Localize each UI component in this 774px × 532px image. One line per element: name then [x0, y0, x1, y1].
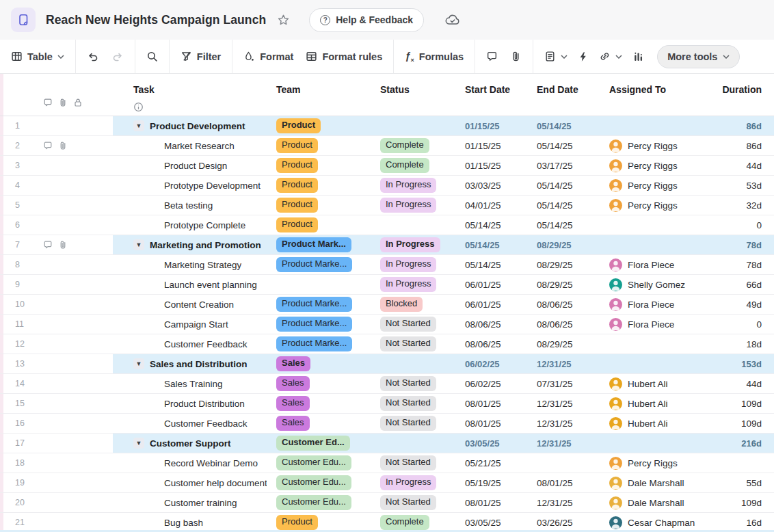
duration-cell[interactable]: 53d — [711, 176, 774, 195]
start-date-cell[interactable]: 04/01/25 — [451, 196, 520, 215]
team-cell[interactable]: Sales — [267, 394, 369, 413]
start-date-cell[interactable]: 08/06/25 — [451, 315, 520, 334]
lock-icon[interactable] — [73, 98, 83, 109]
end-date-cell[interactable]: 08/29/25 — [520, 255, 598, 274]
task-cell[interactable]: ▼ Marketing and Promotion — [113, 235, 267, 254]
assignee-cell[interactable]: Flora Piece — [598, 315, 711, 334]
table-row[interactable]: 19 Customer help documentation Customer … — [0, 473, 774, 493]
status-cell[interactable]: In Progress — [369, 176, 451, 195]
end-date-cell[interactable]: 08/29/25 — [520, 334, 598, 354]
assignee-cell[interactable]: Hubert Ali — [598, 394, 711, 413]
format-rules-button[interactable]: Format rules — [306, 51, 382, 62]
team-cell[interactable]: Customer Edu... — [267, 493, 369, 512]
filter-button[interactable]: Filter — [181, 51, 221, 62]
table-row[interactable]: 11 Campaign Start Product Marke... Not S… — [0, 315, 774, 334]
start-date-cell[interactable]: 01/15/25 — [451, 116, 520, 135]
start-date-cell[interactable]: 03/05/25 — [451, 513, 520, 532]
team-cell[interactable]: Product — [267, 116, 369, 135]
task-cell[interactable]: Customer help documentation — [113, 473, 267, 492]
table-row[interactable]: 5 Beta testing Product In Progress 04/01… — [0, 196, 774, 215]
team-cell[interactable]: Product Mark... — [267, 235, 369, 254]
status-cell[interactable]: Not Started — [369, 453, 451, 473]
team-cell[interactable]: Product — [267, 215, 369, 235]
table-row[interactable]: 16 Customer Feedback Sales Not Started 0… — [0, 414, 774, 434]
assignee-cell[interactable] — [598, 235, 711, 254]
attachment-icon[interactable] — [510, 51, 522, 62]
assignee-cell[interactable]: Dale Marshall — [598, 493, 711, 512]
column-header-assigned-to[interactable]: Assigned To — [598, 74, 711, 116]
assignee-cell[interactable]: Cesar Chapman — [598, 513, 711, 532]
task-cell[interactable]: Customer training — [113, 493, 267, 512]
assignee-cell[interactable]: Percy Riggs — [598, 156, 711, 175]
start-date-cell[interactable]: 05/21/25 — [451, 453, 520, 473]
assignee-cell[interactable] — [598, 334, 711, 354]
start-date-cell[interactable]: 06/02/25 — [451, 374, 520, 393]
assignee-cell[interactable] — [598, 116, 711, 135]
status-cell[interactable]: Complete — [369, 513, 451, 532]
task-cell[interactable]: Bug bash — [113, 513, 267, 532]
status-cell[interactable]: Blocked — [369, 295, 451, 314]
start-date-cell[interactable]: 05/14/25 — [451, 215, 520, 235]
start-date-cell[interactable]: 03/05/25 — [451, 434, 520, 453]
table-row[interactable]: 17 ▼ Customer Support Customer Ed... 03/… — [0, 434, 774, 453]
assignee-cell[interactable]: Flora Piece — [598, 295, 711, 314]
duration-cell[interactable]: 44d — [711, 156, 774, 175]
table-row[interactable]: 1 ▼ Product Development Product 01/15/25… — [0, 116, 774, 136]
duration-cell[interactable]: 86d — [711, 116, 774, 135]
start-date-cell[interactable]: 05/14/25 — [451, 255, 520, 274]
redo-icon[interactable] — [111, 51, 124, 63]
collapse-icon[interactable]: ▼ — [133, 239, 144, 250]
attachment-icon[interactable] — [58, 98, 68, 109]
column-header-duration[interactable]: Duration — [711, 74, 774, 116]
duration-cell[interactable]: 44d — [711, 374, 774, 393]
team-cell[interactable]: Product Marke... — [267, 315, 369, 334]
cloud-sync-icon[interactable] — [444, 14, 461, 26]
automation-bolt-icon[interactable] — [578, 51, 589, 62]
comment-icon[interactable] — [43, 98, 53, 109]
table-row[interactable]: 3 Product Design Product Complete 01/15/… — [0, 156, 774, 176]
end-date-cell[interactable]: 08/29/25 — [520, 275, 598, 294]
comment-icon[interactable] — [43, 240, 53, 250]
table-row[interactable]: 12 Customer Feedback Product Marke... No… — [0, 334, 774, 354]
table-row[interactable]: 18 Record Webinar Demo Customer Edu... N… — [0, 453, 774, 473]
assignee-cell[interactable]: Dale Marshall — [598, 473, 711, 492]
task-cell[interactable]: Product Distribution — [113, 394, 267, 413]
status-cell[interactable] — [369, 116, 451, 135]
assignee-cell[interactable]: Hubert Ali — [598, 414, 711, 433]
end-date-cell[interactable]: 05/14/25 — [520, 136, 598, 155]
team-cell[interactable]: Sales — [267, 374, 369, 393]
start-date-cell[interactable]: 08/01/25 — [451, 414, 520, 433]
start-date-cell[interactable]: 06/01/25 — [451, 275, 520, 294]
team-cell[interactable]: Product Marke... — [267, 334, 369, 354]
table-row[interactable]: 14 Sales Training Sales Not Started 06/0… — [0, 374, 774, 394]
more-tools-button[interactable]: More tools — [657, 45, 740, 68]
collapse-icon[interactable]: ▼ — [133, 438, 144, 449]
start-date-cell[interactable]: 01/15/25 — [451, 136, 520, 155]
start-date-cell[interactable]: 01/15/25 — [451, 156, 520, 175]
duration-cell[interactable] — [711, 453, 774, 473]
status-cell[interactable] — [369, 215, 451, 235]
table-row[interactable]: 8 Marketing Strategy Product Marke... In… — [0, 255, 774, 275]
start-date-cell[interactable]: 08/01/25 — [451, 493, 520, 512]
end-date-cell[interactable]: 05/14/25 — [520, 116, 598, 135]
chart-icon[interactable] — [632, 51, 644, 62]
status-cell[interactable] — [369, 354, 451, 373]
assignee-cell[interactable]: Shelly Gomez — [598, 275, 711, 294]
end-date-cell[interactable]: 03/17/25 — [520, 156, 598, 175]
search-icon[interactable] — [146, 51, 158, 62]
task-cell[interactable]: ▼ Sales and Distribution — [113, 354, 267, 373]
formulas-button[interactable]: ƒ× Formulas — [405, 50, 464, 64]
team-cell[interactable]: Product — [267, 136, 369, 155]
table-row[interactable]: 7 ▼ Marketing and Promotion Product Mark… — [0, 235, 774, 255]
table-row[interactable]: 6 Prototype Complete Product 05/14/25 05… — [0, 215, 774, 235]
assignee-cell[interactable] — [598, 354, 711, 373]
team-cell[interactable]: Product — [267, 513, 369, 532]
assignee-cell[interactable] — [598, 434, 711, 453]
duration-cell[interactable]: 16d — [711, 513, 774, 532]
duration-cell[interactable]: 78d — [711, 255, 774, 274]
column-header-task[interactable]: Task — [113, 74, 267, 116]
end-date-cell[interactable]: 08/06/25 — [520, 295, 598, 314]
start-date-cell[interactable]: 06/02/25 — [451, 354, 520, 373]
end-date-cell[interactable]: 05/14/25 — [520, 215, 598, 235]
start-date-cell[interactable]: 08/01/25 — [451, 394, 520, 413]
